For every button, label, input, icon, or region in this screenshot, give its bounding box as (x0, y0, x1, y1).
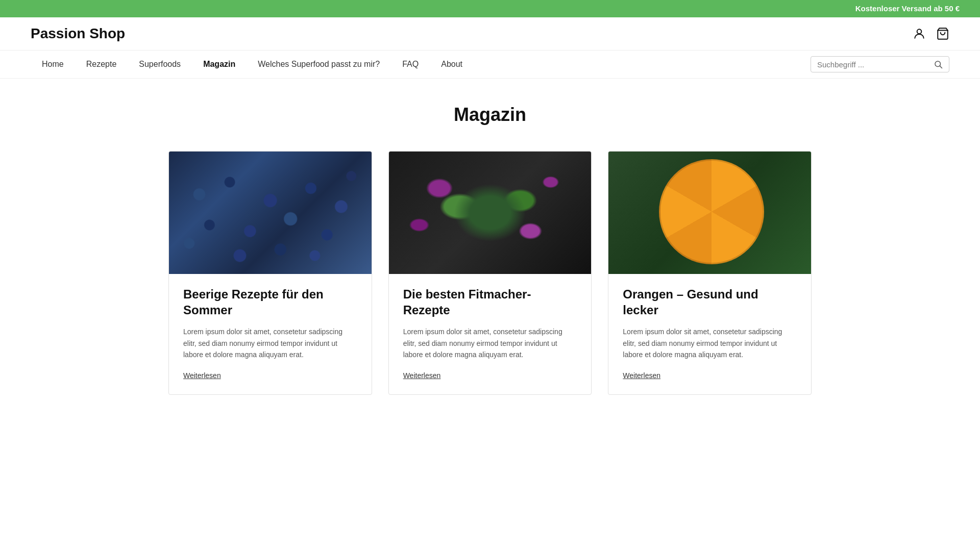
user-icon-button[interactable] (913, 27, 926, 40)
card-body-salad: Die besten Fitmacher-Rezepte Lorem ipsum… (389, 274, 592, 394)
card-title-blueberries: Beerige Rezepte für den Sommer (183, 286, 357, 318)
header-icons (913, 27, 949, 40)
main-nav: Home Rezepte Superfoods Magazin Welches … (0, 51, 980, 79)
card-image-orange (608, 152, 811, 274)
page-title: Magazin (168, 104, 812, 126)
card-body-blueberries: Beerige Rezepte für den Sommer Lorem ips… (169, 274, 372, 394)
banner-text: Kostenloser Versand ab 50 € (855, 4, 960, 13)
nav-item-faq[interactable]: FAQ (391, 51, 430, 78)
user-icon (913, 27, 926, 40)
header: Passion Shop (0, 17, 980, 51)
search-box (811, 56, 949, 72)
card-body-orange: Orangen – Gesund und lecker Lorem ipsum … (608, 274, 811, 394)
card-image-blueberries (169, 152, 372, 274)
card-excerpt-blueberries: Lorem ipsum dolor sit amet, consetetur s… (183, 326, 357, 360)
svg-point-0 (917, 29, 922, 34)
card-orange: Orangen – Gesund und lecker Lorem ipsum … (608, 151, 812, 395)
cart-icon (936, 27, 949, 40)
search-input[interactable] (817, 60, 929, 69)
card-excerpt-orange: Lorem ipsum dolor sit amet, consetetur s… (623, 326, 797, 360)
nav-item-magazin[interactable]: Magazin (192, 51, 247, 78)
card-excerpt-salad: Lorem ipsum dolor sit amet, consetetur s… (403, 326, 577, 360)
search-icon (934, 60, 943, 69)
logo[interactable]: Passion Shop (31, 26, 125, 42)
nav-item-home[interactable]: Home (31, 51, 75, 78)
card-image-salad (389, 152, 592, 274)
card-title-orange: Orangen – Gesund und lecker (623, 286, 797, 318)
card-link-orange[interactable]: Weiterlesen (623, 371, 660, 380)
main-content: Magazin Beerige Rezepte für den Sommer L… (138, 79, 842, 436)
nav-item-about[interactable]: About (430, 51, 474, 78)
card-link-salad[interactable]: Weiterlesen (403, 371, 441, 380)
cards-grid: Beerige Rezepte für den Sommer Lorem ips… (168, 151, 812, 395)
cart-icon-button[interactable] (936, 27, 949, 40)
card-blueberries: Beerige Rezepte für den Sommer Lorem ips… (168, 151, 372, 395)
nav-item-rezepte[interactable]: Rezepte (75, 51, 128, 78)
card-link-blueberries[interactable]: Weiterlesen (183, 371, 221, 380)
card-title-salad: Die besten Fitmacher-Rezepte (403, 286, 577, 318)
nav-item-superfoods[interactable]: Superfoods (128, 51, 192, 78)
card-salad: Die besten Fitmacher-Rezepte Lorem ipsum… (388, 151, 592, 395)
top-banner: Kostenloser Versand ab 50 € (0, 0, 980, 17)
nav-item-superfood-quiz[interactable]: Welches Superfood passt zu mir? (247, 51, 391, 78)
svg-line-3 (940, 66, 942, 68)
